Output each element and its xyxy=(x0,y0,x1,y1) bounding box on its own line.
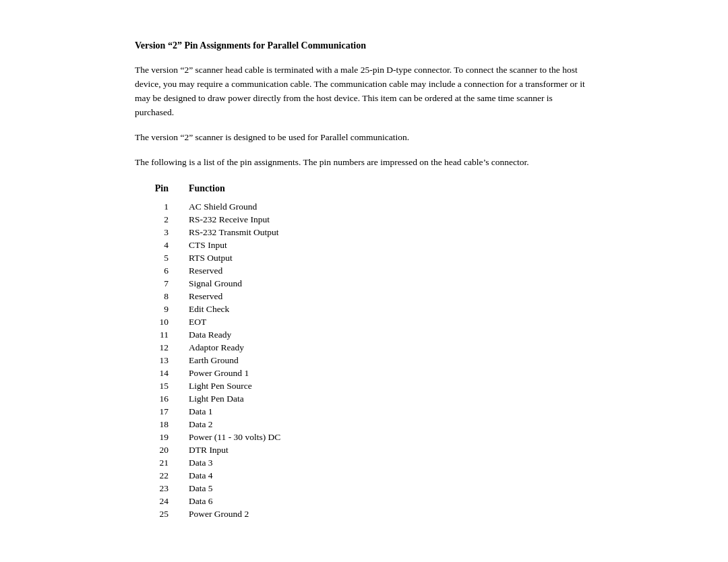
pin-number: 1 xyxy=(135,201,189,214)
pin-number: 18 xyxy=(135,418,189,431)
table-row: 7Signal Ground xyxy=(135,278,593,290)
table-row: 6Reserved xyxy=(135,265,593,278)
pin-function: Adaptor Ready xyxy=(189,342,593,354)
table-row: 24Data 6 xyxy=(135,495,593,508)
pin-number: 3 xyxy=(135,226,189,239)
pin-number: 4 xyxy=(135,239,189,252)
table-row: 5RTS Output xyxy=(135,252,593,265)
table-row: 20DTR Input xyxy=(135,444,593,457)
pin-column-header: Pin xyxy=(135,183,189,201)
pin-function: RTS Output xyxy=(189,252,593,265)
pin-function: Edit Check xyxy=(189,303,593,316)
pin-function: Earth Ground xyxy=(189,354,593,367)
pin-number: 11 xyxy=(135,329,189,342)
table-row: 18Data 2 xyxy=(135,418,593,431)
pin-number: 16 xyxy=(135,393,189,406)
pin-number: 6 xyxy=(135,265,189,278)
section-title: Version “2” Pin Assignments for Parallel… xyxy=(135,40,593,51)
pin-number: 9 xyxy=(135,303,189,316)
paragraph-1: The version “2” scanner head cable is te… xyxy=(135,63,593,120)
pin-function: Power (11 - 30 volts) DC xyxy=(189,431,593,444)
pin-function: RS-232 Transmit Output xyxy=(189,226,593,239)
pin-number: 8 xyxy=(135,290,189,303)
pin-number: 5 xyxy=(135,252,189,265)
table-row: 4CTS Input xyxy=(135,239,593,252)
pin-number: 21 xyxy=(135,457,189,470)
pin-assignments-table: Pin Function 1AC Shield Ground2RS-232 Re… xyxy=(135,183,593,521)
table-row: 1AC Shield Ground xyxy=(135,201,593,214)
table-row: 9Edit Check xyxy=(135,303,593,316)
pin-number: 20 xyxy=(135,444,189,457)
table-row: 14Power Ground 1 xyxy=(135,367,593,380)
pin-function: Data 2 xyxy=(189,418,593,431)
table-row: 10EOT xyxy=(135,316,593,329)
pin-number: 19 xyxy=(135,431,189,444)
pin-function: Power Ground 2 xyxy=(189,508,593,521)
table-row: 21Data 3 xyxy=(135,457,593,470)
table-row: 22Data 4 xyxy=(135,470,593,482)
table-row: 3RS-232 Transmit Output xyxy=(135,226,593,239)
table-row: 8Reserved xyxy=(135,290,593,303)
pin-function: Data Ready xyxy=(189,329,593,342)
pin-function: Data 5 xyxy=(189,482,593,495)
paragraph-2: The version “2” scanner is designed to b… xyxy=(135,131,593,145)
pin-function: DTR Input xyxy=(189,444,593,457)
pin-number: 25 xyxy=(135,508,189,521)
paragraph-3: The following is a list of the pin assig… xyxy=(135,156,593,170)
pin-number: 2 xyxy=(135,214,189,226)
pin-function: Signal Ground xyxy=(189,278,593,290)
function-column-header: Function xyxy=(189,183,593,201)
pin-number: 15 xyxy=(135,380,189,393)
pin-number: 13 xyxy=(135,354,189,367)
table-row: 15Light Pen Source xyxy=(135,380,593,393)
pin-number: 14 xyxy=(135,367,189,380)
table-row: 12Adaptor Ready xyxy=(135,342,593,354)
table-row: 16Light Pen Data xyxy=(135,393,593,406)
pin-function: AC Shield Ground xyxy=(189,201,593,214)
pin-function: Reserved xyxy=(189,290,593,303)
table-row: 23Data 5 xyxy=(135,482,593,495)
pin-number: 17 xyxy=(135,406,189,418)
table-row: 2RS-232 Receive Input xyxy=(135,214,593,226)
pin-function: EOT xyxy=(189,316,593,329)
pin-function: Reserved xyxy=(189,265,593,278)
table-row: 17Data 1 xyxy=(135,406,593,418)
pin-function: Light Pen Data xyxy=(189,393,593,406)
pin-function: RS-232 Receive Input xyxy=(189,214,593,226)
table-row: 11Data Ready xyxy=(135,329,593,342)
pin-function: Data 3 xyxy=(189,457,593,470)
pin-function: Light Pen Source xyxy=(189,380,593,393)
pin-function: Data 4 xyxy=(189,470,593,482)
table-row: 19Power (11 - 30 volts) DC xyxy=(135,431,593,444)
pin-number: 12 xyxy=(135,342,189,354)
pin-function: Power Ground 1 xyxy=(189,367,593,380)
pin-function: Data 6 xyxy=(189,495,593,508)
pin-number: 10 xyxy=(135,316,189,329)
pin-number: 23 xyxy=(135,482,189,495)
pin-number: 24 xyxy=(135,495,189,508)
pin-number: 7 xyxy=(135,278,189,290)
pin-function: Data 1 xyxy=(189,406,593,418)
pin-number: 22 xyxy=(135,470,189,482)
pin-function: CTS Input xyxy=(189,239,593,252)
page-container: Version “2” Pin Assignments for Parallel… xyxy=(135,0,593,562)
table-row: 13Earth Ground xyxy=(135,354,593,367)
table-row: 25Power Ground 2 xyxy=(135,508,593,521)
